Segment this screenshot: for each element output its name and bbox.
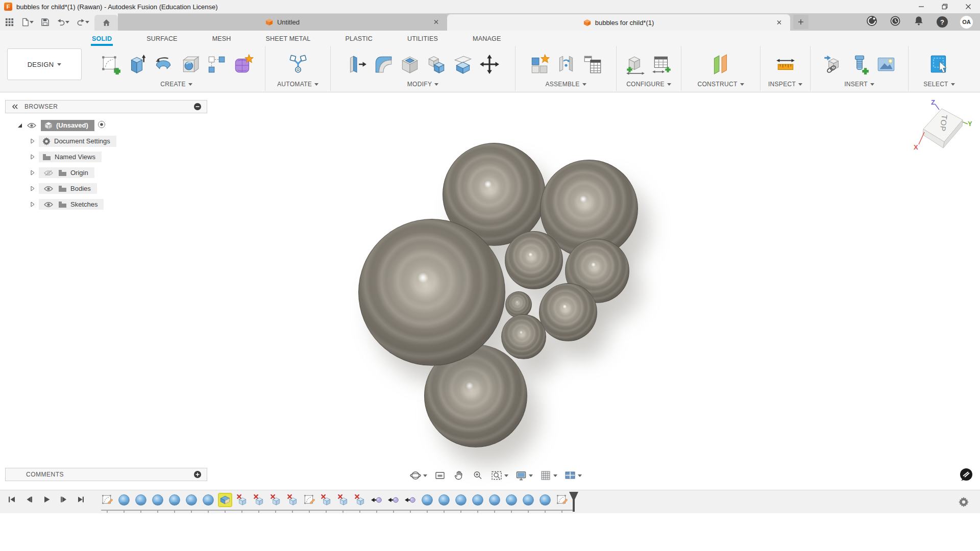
timeline-feature-sphere[interactable] (185, 493, 202, 507)
browser-item-document-settings[interactable]: Document Settings (5, 133, 207, 149)
timeline-feature-sphere[interactable] (455, 493, 472, 507)
browser-item-bodies[interactable]: Bodies (5, 181, 207, 196)
notifications-button[interactable] (913, 15, 924, 29)
feedback-chat-button[interactable] (959, 467, 974, 485)
tab-manage[interactable]: MANAGE (472, 35, 502, 46)
timeline-feature-move[interactable] (387, 493, 404, 507)
timeline-feature-sphere[interactable] (438, 493, 455, 507)
restore-button[interactable] (933, 0, 957, 13)
browser-item-origin[interactable]: Origin (5, 165, 207, 181)
close-tab-button[interactable] (432, 18, 440, 26)
timeline-feature-sphere[interactable] (152, 493, 168, 507)
bubble-body[interactable] (505, 291, 532, 318)
revolve-button[interactable] (152, 53, 175, 76)
file-home-button[interactable] (94, 15, 118, 31)
assemble-dropdown[interactable]: ASSEMBLE (545, 81, 586, 88)
undo-button[interactable] (55, 16, 71, 28)
browser-item-root[interactable]: (Unsaved) (5, 117, 207, 133)
bubble-body[interactable] (505, 231, 563, 289)
grid-and-snaps-tool[interactable] (538, 468, 558, 483)
viewports-tool[interactable] (563, 468, 583, 483)
timeline-feature-sphere[interactable] (522, 493, 539, 507)
bubble-body[interactable] (501, 314, 546, 359)
add-comment-icon[interactable] (193, 470, 202, 479)
timeline-feature-error[interactable] (236, 493, 253, 507)
expander-closed-icon[interactable] (30, 170, 36, 176)
step-back-button[interactable] (23, 494, 35, 505)
measure-button[interactable] (774, 53, 797, 76)
construct-dropdown[interactable]: CONSTRUCT (697, 81, 744, 88)
modify-dropdown[interactable]: MODIFY (407, 81, 438, 88)
timeline-feature-error[interactable] (337, 493, 354, 507)
save-button[interactable] (39, 16, 52, 28)
browser-item-named-views[interactable]: Named Views (5, 149, 207, 165)
expander-closed-icon[interactable] (30, 186, 36, 191)
shell-button[interactable] (398, 53, 422, 76)
orbit-tool[interactable] (408, 468, 428, 483)
go-to-start-button[interactable] (6, 494, 17, 505)
visibility-eye-off-icon[interactable] (42, 170, 55, 176)
job-status-button[interactable] (890, 15, 901, 29)
tab-surface[interactable]: SURFACE (145, 35, 178, 46)
activate-radio-icon[interactable] (97, 120, 106, 131)
tab-sheet-metal[interactable]: SHEET METAL (265, 35, 312, 46)
inspect-dropdown[interactable]: INSPECT (768, 81, 802, 88)
timeline-feature-sketch[interactable] (101, 493, 118, 507)
app-grid-button[interactable] (3, 16, 16, 28)
timeline-feature-sphere[interactable] (202, 493, 219, 507)
timeline-feature-sphere[interactable] (505, 493, 522, 507)
expander-open-icon[interactable] (16, 122, 22, 128)
insert-dropdown[interactable]: INSERT (844, 81, 874, 88)
step-forward-button[interactable] (58, 494, 69, 505)
timeline-feature-sphere[interactable] (539, 493, 556, 507)
document-tab-untitled[interactable]: Untitled (118, 13, 447, 31)
comments-header[interactable]: COMMENTS (5, 468, 207, 481)
fillet-button[interactable] (372, 53, 395, 76)
help-button[interactable]: ? (937, 16, 948, 28)
configuration-table-button[interactable] (650, 53, 674, 76)
timeline-playhead[interactable] (569, 491, 579, 515)
play-button[interactable] (41, 494, 52, 505)
hole-button[interactable] (178, 53, 202, 76)
go-to-end-button[interactable] (76, 494, 87, 505)
automate-button[interactable] (286, 53, 310, 76)
timeline-feature-error[interactable] (286, 493, 303, 507)
extrude-button[interactable] (125, 53, 149, 76)
expander-closed-icon[interactable] (30, 154, 36, 160)
tab-utilities[interactable]: UTILITIES (406, 35, 439, 46)
browser-header[interactable]: BROWSER (5, 100, 207, 113)
timeline-feature-error[interactable] (253, 493, 270, 507)
press-pull-button[interactable] (345, 53, 369, 76)
zoom-tool[interactable] (471, 468, 485, 483)
workspace-selector[interactable]: DESIGN (7, 48, 82, 80)
new-component-button[interactable] (528, 53, 551, 76)
configure-dropdown[interactable]: CONFIGURE (626, 81, 671, 88)
insert-fastener-button[interactable] (848, 53, 871, 76)
timeline-feature-form[interactable] (219, 493, 236, 507)
bubble-body[interactable] (358, 219, 505, 366)
collapse-panel-icon[interactable] (11, 104, 18, 110)
timeline-feature-sketch[interactable] (303, 493, 320, 507)
fit-tool[interactable] (489, 468, 509, 483)
timeline-feature-error[interactable] (270, 493, 286, 507)
pan-tool[interactable] (452, 468, 466, 483)
configuration-button[interactable] (624, 53, 647, 76)
visibility-eye-icon[interactable] (42, 202, 55, 208)
new-tab-button[interactable] (793, 15, 808, 29)
create-sketch-button[interactable] (99, 53, 122, 76)
minimize-panel-icon[interactable] (193, 103, 202, 111)
bom-table-button[interactable] (581, 53, 604, 76)
bubble-body[interactable] (539, 283, 597, 341)
create-dropdown[interactable]: CREATE (160, 81, 192, 88)
split-body-button[interactable] (451, 53, 475, 76)
expander-closed-icon[interactable] (30, 202, 36, 207)
rectangular-pattern-button[interactable] (205, 53, 228, 76)
timeline-feature-sphere[interactable] (472, 493, 488, 507)
view-cube[interactable]: TOP Z Y X (910, 99, 979, 169)
look-at-tool[interactable] (433, 468, 447, 483)
tab-mesh[interactable]: MESH (211, 35, 232, 46)
move-copy-button[interactable] (478, 53, 501, 76)
visibility-eye-icon[interactable] (26, 122, 38, 129)
select-dropdown[interactable]: SELECT (923, 81, 954, 88)
visibility-eye-icon[interactable] (42, 186, 55, 192)
